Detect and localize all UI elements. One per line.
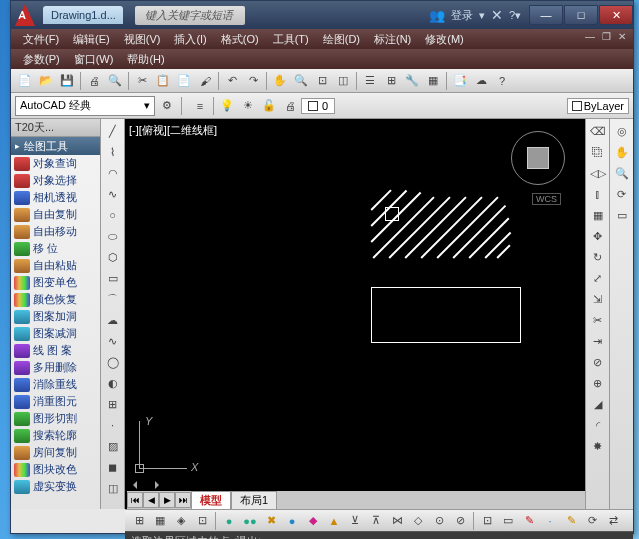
line-icon[interactable]: ╱	[103, 121, 123, 141]
panel-item-18[interactable]: 图块改色	[11, 461, 100, 478]
region-icon[interactable]: ◫	[103, 478, 123, 498]
open-button[interactable]: 📂	[36, 71, 56, 91]
zoom-win-button[interactable]: ◫	[333, 71, 353, 91]
menu-edit[interactable]: 编辑(E)	[67, 30, 116, 49]
help-button[interactable]: ?	[492, 71, 512, 91]
dropdown-icon[interactable]: ▾	[479, 9, 485, 22]
fillet-icon[interactable]: ◜	[588, 415, 608, 435]
sheet-button[interactable]: 📑	[450, 71, 470, 91]
zoom-button[interactable]: 🔍	[291, 71, 311, 91]
close-button[interactable]: ✕	[599, 5, 633, 25]
ellipse-icon[interactable]: ⬭	[103, 226, 123, 246]
explode-icon[interactable]: ✸	[588, 436, 608, 456]
doc-close[interactable]: ✕	[615, 31, 629, 45]
copy-button[interactable]: 📋	[153, 71, 173, 91]
trim-icon[interactable]: ✂	[588, 310, 608, 330]
bt-1[interactable]: ⊞	[129, 511, 149, 531]
polygon-icon[interactable]: ⬡	[103, 247, 123, 267]
panel-item-0[interactable]: 对象查询	[11, 155, 100, 172]
panel-item-5[interactable]: 移 位	[11, 240, 100, 257]
panel-title[interactable]: T20天...	[11, 119, 100, 137]
menu-modify[interactable]: 修改(M)	[419, 30, 470, 49]
dsn-button[interactable]: ⊞	[381, 71, 401, 91]
bt-19[interactable]: ✎	[519, 511, 539, 531]
move-icon[interactable]: ✥	[588, 226, 608, 246]
arc2-icon[interactable]: ⌒	[103, 289, 123, 309]
arrow-left[interactable]	[129, 481, 137, 489]
viewport-label[interactable]: [-][俯视][二维线框]	[129, 123, 217, 138]
spline-icon[interactable]: ∿	[103, 184, 123, 204]
mirror-icon[interactable]: ◁▷	[588, 163, 608, 183]
props-button[interactable]: ☰	[360, 71, 380, 91]
mark-button[interactable]: ☁	[471, 71, 491, 91]
menu-window[interactable]: 窗口(W)	[68, 50, 120, 69]
point-icon[interactable]: ·	[103, 415, 123, 435]
bt-13[interactable]: ⋈	[387, 511, 407, 531]
bylayer-select[interactable]: ByLayer	[567, 98, 629, 114]
panel-item-19[interactable]: 虚实变换	[11, 478, 100, 495]
doc-minimize[interactable]: —	[583, 31, 597, 45]
menu-insert[interactable]: 插入(I)	[168, 30, 212, 49]
panel-item-14[interactable]: 消重图元	[11, 393, 100, 410]
viewcube[interactable]	[511, 131, 565, 185]
ellipsearc-icon[interactable]: ◐	[103, 373, 123, 393]
app-icon[interactable]	[15, 4, 35, 26]
bt-4[interactable]: ⊡	[192, 511, 212, 531]
tab-last[interactable]: ⏭	[175, 492, 191, 508]
maximize-button[interactable]: □	[564, 5, 598, 25]
help-icon[interactable]: ?▾	[509, 9, 521, 22]
join-icon[interactable]: ⊕	[588, 373, 608, 393]
tab-first[interactable]: ⏮	[127, 492, 143, 508]
calc-button[interactable]: ▦	[423, 71, 443, 91]
bt-8[interactable]: ●	[282, 511, 302, 531]
copy-icon[interactable]: ⿻	[588, 142, 608, 162]
layer-plot[interactable]: 🖨	[280, 96, 300, 116]
bt-9[interactable]: ◆	[303, 511, 323, 531]
drawing-canvas[interactable]: [-][俯视][二维线框] WCS	[125, 119, 585, 509]
panel-item-15[interactable]: 图形切割	[11, 410, 100, 427]
revcloud-icon[interactable]: ☁	[103, 310, 123, 330]
save-button[interactable]: 💾	[57, 71, 77, 91]
tab-layout1[interactable]: 布局1	[231, 491, 277, 510]
gradient-icon[interactable]: ◼	[103, 457, 123, 477]
pan2-icon[interactable]: ✋	[612, 142, 632, 162]
menu-draw[interactable]: 绘图(D)	[317, 30, 366, 49]
bt-18[interactable]: ▭	[498, 511, 518, 531]
panel-item-6[interactable]: 自由粘贴	[11, 257, 100, 274]
bt-5[interactable]: ●	[219, 511, 239, 531]
exchange-icon[interactable]: ✕	[491, 7, 503, 23]
zoom2-icon[interactable]: 🔍	[612, 163, 632, 183]
offset-icon[interactable]: ⫿	[588, 184, 608, 204]
tab-model[interactable]: 模型	[191, 491, 231, 510]
bt-20[interactable]: ·	[540, 511, 560, 531]
menu-format[interactable]: 格式(O)	[215, 30, 265, 49]
print-button[interactable]: 🖨	[84, 71, 104, 91]
show-icon[interactable]: ▭	[612, 205, 632, 225]
zoom-ext-button[interactable]: ⊡	[312, 71, 332, 91]
login-link[interactable]: 登录	[451, 8, 473, 23]
redo-button[interactable]: ↷	[243, 71, 263, 91]
layer-select[interactable]: 0	[301, 98, 335, 114]
erase-icon[interactable]: ⌫	[588, 121, 608, 141]
workspace-select[interactable]: AutoCAD 经典 ▾	[15, 96, 155, 116]
tab-prev[interactable]: ◀	[143, 492, 159, 508]
paste-button[interactable]: 📄	[174, 71, 194, 91]
panel-item-16[interactable]: 搜索轮廓	[11, 427, 100, 444]
arrow-right[interactable]	[155, 481, 163, 489]
panel-item-4[interactable]: 自由移动	[11, 223, 100, 240]
menu-dim[interactable]: 标注(N)	[368, 30, 417, 49]
spline2-icon[interactable]: ∿	[103, 331, 123, 351]
new-button[interactable]: 📄	[15, 71, 35, 91]
menu-file[interactable]: 文件(F)	[17, 30, 65, 49]
document-tab[interactable]: Drawing1.d...	[43, 6, 123, 24]
menu-param[interactable]: 参数(P)	[17, 50, 66, 69]
tool-button[interactable]: 🔧	[402, 71, 422, 91]
panel-item-2[interactable]: 相机透视	[11, 189, 100, 206]
break-icon[interactable]: ⊘	[588, 352, 608, 372]
preview-button[interactable]: 🔍	[105, 71, 125, 91]
orbit-icon[interactable]: ⟳	[612, 184, 632, 204]
bt-12[interactable]: ⊼	[366, 511, 386, 531]
panel-item-3[interactable]: 自由复制	[11, 206, 100, 223]
panel-item-9[interactable]: 图案加洞	[11, 308, 100, 325]
panel-item-11[interactable]: 线 图 案	[11, 342, 100, 359]
